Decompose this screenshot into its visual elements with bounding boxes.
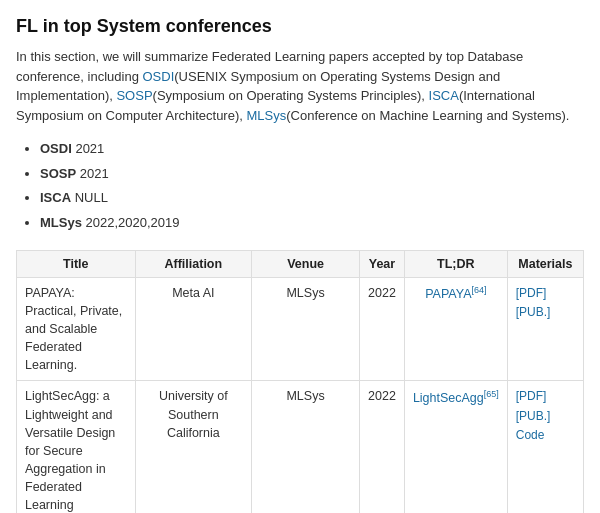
paper-year: 2022 <box>360 277 405 381</box>
conf-name: ISCA <box>40 190 71 205</box>
table-row: PAPAYA: Practical, Private, and Scalable… <box>17 277 584 381</box>
table-body: PAPAYA: Practical, Private, and Scalable… <box>17 277 584 513</box>
tldr-superscript: [64] <box>471 285 486 295</box>
osdi-link[interactable]: OSDI <box>142 69 174 84</box>
material-link[interactable]: [PDF] <box>516 286 547 300</box>
sosp-desc: (Symposium on Operating Systems Principl… <box>153 88 429 103</box>
table-header-cell: Year <box>360 250 405 277</box>
bullet-item: SOSP 2021 <box>40 162 584 187</box>
sosp-link[interactable]: SOSP <box>116 88 152 103</box>
bullet-item: OSDI 2021 <box>40 137 584 162</box>
mlsys-desc: (Conference on Machine Learning and Syst… <box>286 108 569 123</box>
paper-tldr: LightSecAgg[65] <box>404 381 507 513</box>
tldr-link[interactable]: LightSecAgg[65] <box>413 391 499 405</box>
table-header-row: TitleAffiliationVenueYearTL;DRMaterials <box>17 250 584 277</box>
bullet-list: OSDI 2021SOSP 2021ISCA NULLMLSys 2022,20… <box>16 137 584 236</box>
paper-affiliation: Meta AI <box>135 277 251 381</box>
mlsys-link[interactable]: MLSys <box>246 108 286 123</box>
conf-years: 2022,2020,2019 <box>82 215 180 230</box>
bullet-item: MLSys 2022,2020,2019 <box>40 211 584 236</box>
table-row: LightSecAgg: a Lightweight and Versatile… <box>17 381 584 513</box>
paper-materials: [PDF] [PUB.] <box>507 277 583 381</box>
paper-affiliation: University of Southern California <box>135 381 251 513</box>
material-link[interactable]: [PUB.] <box>516 409 551 423</box>
material-link[interactable]: [PDF] <box>516 389 547 403</box>
paper-title: LightSecAgg: a Lightweight and Versatile… <box>17 381 136 513</box>
table-header-cell: Title <box>17 250 136 277</box>
paper-title: PAPAYA: Practical, Private, and Scalable… <box>17 277 136 381</box>
intro-paragraph: In this section, we will summarize Feder… <box>16 47 584 125</box>
table-header-cell: Materials <box>507 250 583 277</box>
conf-name: SOSP <box>40 166 76 181</box>
material-link[interactable]: [PUB.] <box>516 305 551 319</box>
material-link[interactable]: Code <box>516 428 545 442</box>
page-title: FL in top System conferences <box>16 16 584 37</box>
table-header-cell: Venue <box>252 250 360 277</box>
table-header-cell: Affiliation <box>135 250 251 277</box>
conf-years: 2021 <box>76 166 109 181</box>
table-header-cell: TL;DR <box>404 250 507 277</box>
conf-name: MLSys <box>40 215 82 230</box>
conf-years: NULL <box>71 190 108 205</box>
isca-link[interactable]: ISCA <box>429 88 459 103</box>
papers-table: TitleAffiliationVenueYearTL;DRMaterials … <box>16 250 584 513</box>
bullet-item: ISCA NULL <box>40 186 584 211</box>
paper-materials: [PDF] [PUB.]Code <box>507 381 583 513</box>
paper-venue: MLSys <box>252 381 360 513</box>
tldr-link[interactable]: PAPAYA[64] <box>425 287 486 301</box>
tldr-superscript: [65] <box>484 388 499 398</box>
conf-years: 2021 <box>72 141 105 156</box>
paper-year: 2022 <box>360 381 405 513</box>
conf-name: OSDI <box>40 141 72 156</box>
paper-venue: MLSys <box>252 277 360 381</box>
paper-tldr: PAPAYA[64] <box>404 277 507 381</box>
